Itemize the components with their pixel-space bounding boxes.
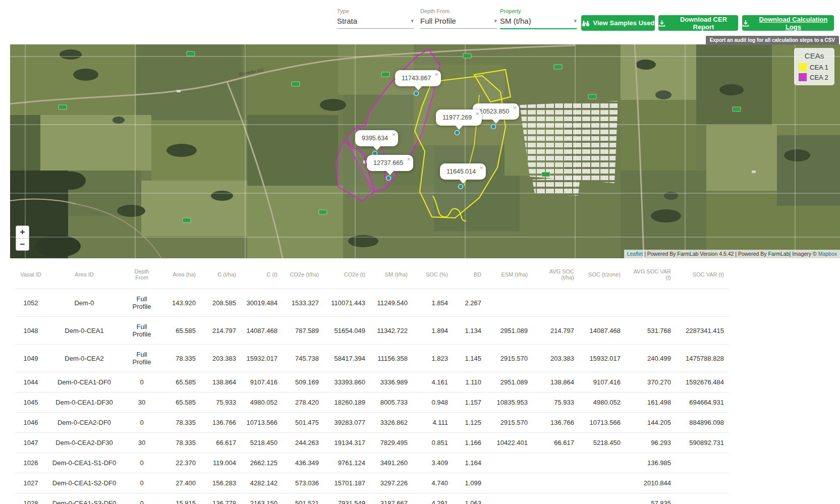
popup-value: 11645.014 [446,168,476,175]
zoom-in-button[interactable]: + [16,226,29,238]
column-header: Depth From [122,264,161,289]
leaflet-link[interactable]: Leaflet [627,251,643,257]
close-icon[interactable]: × [407,156,411,162]
table-cell: 1.854 [413,289,453,317]
table-cell: Full Profile [122,317,161,345]
table-cell: 1048 [15,317,46,345]
popup-value: 10523.850 [479,108,509,115]
popup-value: 12737.665 [373,159,403,166]
table-cell: 0 [122,372,161,393]
close-icon[interactable]: × [476,110,480,117]
table-cell: 590892.731 [676,433,729,453]
close-icon[interactable]: × [513,104,517,111]
table-cell: 3.409 [413,453,453,473]
table-cell [676,289,729,317]
table-cell [579,493,626,504]
chevron-down-icon[interactable]: ▾ [494,18,497,24]
table-cell: 1028 [15,493,46,504]
table-row: 1027Dem-0-CEA1-S2-DF0027.400156.2834282.… [15,473,729,493]
table-cell: 4.111 [413,413,453,433]
table-cell [579,453,626,473]
legend-label: CEA 2 [810,74,828,81]
results-table-body: 1052Dem-0Full Profile143.920208.58530019… [15,289,729,504]
column-header: CO2e (t/ha) [283,264,324,289]
column-header: AVG SOC (t/ha) [533,264,579,289]
table-cell: 214.797 [201,317,241,345]
popup-value: 11977.269 [442,114,472,121]
map-popup: 11977.269 × [436,109,482,126]
table-cell: 33393.860 [324,372,370,393]
table-cell [533,453,579,473]
table-cell: 2662.125 [241,453,283,473]
legend-title: CEAs [799,51,830,60]
download-calculation-logs-button[interactable]: Download Calculation Logs [742,15,834,31]
table-cell: 3187.667 [370,493,413,504]
table-cell: 5218.450 [579,433,626,453]
column-header: Area (ha) [161,264,201,289]
table-cell: 1.166 [453,433,486,453]
table-cell: 138.864 [533,372,579,393]
table-cell: 30019.484 [241,289,283,317]
table-cell: 0.948 [413,393,453,413]
column-header: CO2e (t) [324,264,370,289]
view-samples-used-label: View Samples Used [593,19,655,27]
table-cell: 78.335 [161,345,201,372]
table-cell: 884896.098 [676,413,729,433]
table-cell [579,473,626,493]
download-icon [658,20,665,27]
type-select[interactable]: Type Strata ▾ [337,8,414,29]
table-cell: 65.585 [161,317,201,345]
property-select[interactable]: Property SM (t/ha) ▾ [500,8,577,29]
table-cell: 436.349 [283,453,324,473]
close-icon[interactable]: × [480,164,484,171]
table-cell: 3336.989 [370,372,413,393]
table-cell: Full Profile [122,345,161,372]
table-cell: 15932.017 [241,345,283,372]
table-cell: 78.335 [161,413,201,433]
map-popup: 11743.867 × [395,70,441,86]
table-cell: 10835.953 [486,393,533,413]
depth-from-select-label: Depth From [420,8,497,14]
table-cell: 161.498 [626,393,676,413]
satellite-map[interactable]: Dunedin Rd [10,44,840,258]
table-cell: 136.766 [201,413,241,433]
page: Type Strata ▾ Depth From Full Profile ▾ … [0,0,840,504]
table-cell: 1047 [15,433,46,453]
table-cell: 14087.468 [241,317,283,345]
attribution-text: | Powered By FarmLab Version 4.5.42 | Po… [643,251,818,257]
map-popup: 12737.665 × [367,155,413,171]
close-icon[interactable]: × [435,71,439,78]
zoom-out-button[interactable]: − [16,238,29,250]
property-select-value: SM (t/ha) [500,17,531,25]
table-cell: 4282.142 [241,473,283,493]
column-header: AVG SOC VAR (t) [626,264,676,289]
depth-from-select[interactable]: Depth From Full Profile ▾ [420,8,497,29]
table-cell: Full Profile [122,289,161,317]
chevron-down-icon[interactable]: ▾ [411,18,414,24]
table-cell: 10713.566 [241,413,283,433]
close-icon[interactable]: × [392,131,396,138]
column-header: SOC (t/zone) [579,264,626,289]
table-cell: 143.920 [161,289,201,317]
table-cell: 51654.049 [324,317,370,345]
table-row: 1047Dem-0-CEA2-DF303078.33566.6175218.45… [15,433,729,453]
table-cell: 0 [122,413,161,433]
mapbox-link[interactable]: Mapbox [818,251,837,257]
table-cell: 7829.495 [370,433,413,453]
table-cell [676,453,729,473]
table-cell: 2951.089 [486,317,533,345]
table-cell [486,453,533,473]
table-cell: 66.617 [533,433,579,453]
table-cell [533,493,579,504]
download-cer-report-button[interactable]: Download CER Report [658,15,738,31]
table-cell: Dem-0-CEA1-DF30 [46,393,122,413]
table-cell: 78.335 [161,433,201,453]
chevron-down-icon[interactable]: ▾ [574,18,577,24]
table-cell [676,473,729,493]
view-samples-used-button[interactable]: View Samples Used [581,15,655,31]
map-popup: 11645.014 × [440,163,486,180]
table-cell: 15701.187 [324,473,370,493]
table-cell: 501.521 [283,493,324,504]
table-cell: 208.585 [201,289,241,317]
table-cell: 9107.416 [579,372,626,393]
